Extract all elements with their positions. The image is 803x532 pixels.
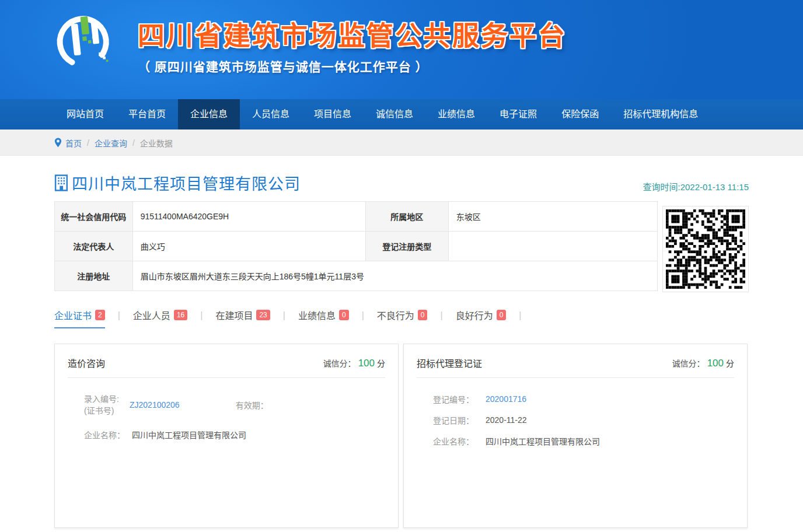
main-content: 四川中岚工程项目管理有限公司 查询时间:2022-01-13 11:15 统一社…: [54, 172, 749, 528]
credit-score: 诚信分：100分: [672, 357, 734, 369]
tab-separator: |: [519, 310, 521, 326]
tab-projects-under-construction[interactable]: 在建项目 23: [215, 308, 270, 328]
count-badge: 2: [95, 310, 105, 320]
enterprise-name-label: 企业名称：: [84, 429, 125, 440]
label-registration-type: 登记注册类型: [366, 232, 449, 261]
count-badge: 23: [256, 310, 270, 320]
qr-code: [662, 206, 749, 292]
registration-number-label: 登记编号：: [433, 393, 477, 405]
nav-bidding-agency-info[interactable]: 招标代理机构信息: [611, 99, 710, 130]
table-row: 法定代表人 曲义巧 登记注册类型: [55, 232, 658, 261]
count-badge: 0: [339, 310, 349, 320]
credit-score-value: 100: [358, 358, 375, 369]
certificate-title: 招标代理登记证: [417, 356, 482, 370]
value-registered-address: 眉山市东坡区眉州大道东三段天天向上186号5幢1单元11层3号: [132, 261, 657, 291]
breadcrumb-separator: /: [132, 138, 135, 148]
tab-enterprise-personnel[interactable]: 企业人员 16: [133, 308, 187, 328]
card-cost-consulting-certificate: 造价咨询 诚信分：100分 录入编号: (证书号) ZJ202100206 有效…: [54, 344, 399, 528]
nav-personnel-info[interactable]: 人员信息: [240, 99, 302, 130]
credit-score-value: 100: [707, 358, 724, 369]
nav-credit-info[interactable]: 诚信信息: [364, 99, 425, 130]
qr-code-image: [666, 209, 745, 289]
nav-project-info[interactable]: 项目信息: [302, 99, 364, 130]
table-row: 注册地址 眉山市东坡区眉州大道东三段天天向上186号5幢1单元11层3号: [55, 261, 658, 291]
enterprise-name-value: 四川中岚工程项目管理有限公司: [132, 429, 246, 440]
registration-date-value: 2020-11-22: [486, 415, 527, 425]
tab-performance-info[interactable]: 业绩信息 0: [298, 308, 349, 328]
credit-score-label: 诚信分：: [323, 359, 356, 368]
nav-website-home[interactable]: 网站首页: [54, 99, 116, 130]
value-registration-type: [448, 232, 657, 261]
detail-tabs: 企业证书 2 | 企业人员 16 | 在建项目 23 | 业绩信息 0 | 不良…: [54, 308, 749, 328]
count-badge: 0: [418, 310, 428, 320]
tab-label: 业绩信息: [298, 308, 336, 322]
registration-date-label: 登记日期：: [433, 414, 477, 426]
label-credit-code: 统一社会信用代码: [55, 202, 133, 232]
tab-separator: |: [118, 310, 120, 326]
enterprise-name-value: 四川中岚工程项目管理有限公司: [486, 435, 600, 447]
credit-score: 诚信分：100分: [323, 357, 385, 369]
credit-score-unit: 分: [726, 359, 734, 368]
site-header: 四川省建筑市场监管公共服务平台 （ 原四川省建筑市场监管与诚信一体化工作平台 ）: [0, 0, 803, 99]
label-registered-address: 注册地址: [55, 261, 133, 291]
breadcrumb-enterprise-data: 企业数据: [140, 137, 173, 149]
nav-enterprise-info[interactable]: 企业信息: [178, 99, 240, 130]
tab-label: 企业证书: [54, 308, 92, 322]
tab-separator: |: [283, 310, 285, 326]
site-subtitle: （ 原四川省建筑市场监管与诚信一体化工作平台 ）: [138, 57, 567, 75]
count-badge: 16: [174, 310, 187, 320]
certificate-title: 造价咨询: [68, 356, 105, 370]
tab-separator: |: [200, 310, 203, 326]
tab-enterprise-certificates[interactable]: 企业证书 2: [54, 308, 105, 328]
nav-platform-home[interactable]: 平台首页: [116, 99, 178, 130]
nav-e-certificate[interactable]: 电子证照: [487, 99, 549, 130]
card-bidding-agency-registration: 招标代理登记证 诚信分：100分 登记编号： 202001716 登记日期： 2…: [403, 344, 748, 528]
location-pin-icon: [54, 138, 62, 148]
site-logo-icon: [53, 9, 116, 72]
query-time: 查询时间:2022-01-13 11:15: [643, 180, 749, 194]
tab-bad-behavior[interactable]: 不良行为 0: [377, 308, 428, 328]
breadcrumb-enterprise-query[interactable]: 企业查询: [95, 137, 127, 149]
breadcrumb-home[interactable]: 首页: [65, 137, 82, 149]
tab-separator: |: [440, 310, 442, 326]
building-icon: [54, 174, 70, 191]
count-badge: 0: [497, 310, 507, 320]
tab-label: 不良行为: [377, 308, 414, 322]
tab-good-behavior[interactable]: 良好行为 0: [456, 308, 507, 328]
credit-score-label: 诚信分：: [672, 359, 705, 368]
label-legal-representative: 法定代表人: [55, 232, 133, 261]
credit-score-unit: 分: [377, 359, 385, 368]
tab-label: 在建项目: [215, 308, 253, 322]
enterprise-name-label: 企业名称：: [433, 435, 477, 447]
page-title-company-name: 四川中岚工程项目管理有限公司: [72, 172, 301, 194]
main-nav: 网站首页 平台首页 企业信息 人员信息 项目信息 诚信信息 业绩信息 电子证照 …: [0, 99, 803, 130]
breadcrumb-separator: /: [87, 138, 89, 148]
company-info-table: 统一社会信用代码 91511400MA6420GE9H 所属地区 东坡区 法定代…: [54, 201, 658, 291]
certificate-number-label: 录入编号: (证书号): [84, 393, 123, 417]
certificate-number-link[interactable]: ZJ202100206: [130, 400, 180, 410]
table-row: 统一社会信用代码 91511400MA6420GE9H 所属地区 东坡区: [55, 202, 658, 232]
validity-label: 有效期：: [236, 399, 268, 411]
tab-separator: |: [362, 310, 364, 326]
label-region: 所属地区: [366, 202, 449, 232]
breadcrumb-bar: 首页 / 企业查询 / 企业数据: [0, 130, 803, 156]
nav-insurance-guarantee[interactable]: 保险保函: [549, 99, 611, 130]
registration-number-link[interactable]: 202001716: [486, 394, 526, 404]
value-region: 东坡区: [448, 202, 657, 232]
value-legal-representative: 曲义巧: [132, 232, 365, 261]
nav-performance-info[interactable]: 业绩信息: [425, 99, 487, 130]
breadcrumb: 首页 / 企业查询 / 企业数据: [54, 130, 749, 156]
site-title: 四川省建筑市场监管公共服务平台: [138, 14, 567, 52]
tab-label: 企业人员: [133, 308, 170, 322]
value-credit-code: 91511400MA6420GE9H: [132, 202, 365, 232]
tab-label: 良好行为: [456, 308, 493, 322]
